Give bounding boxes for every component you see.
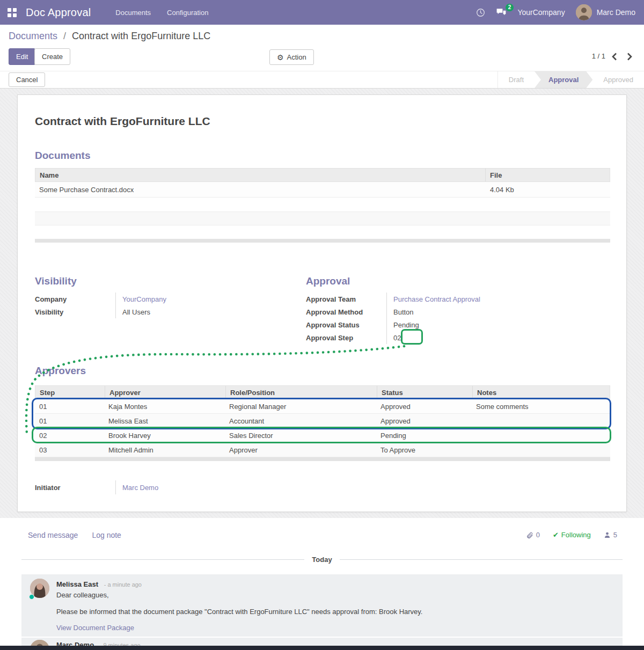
cell-step: 01: [35, 417, 104, 425]
person-icon: [604, 531, 611, 538]
empty-row: [35, 225, 610, 239]
following-button[interactable]: ✔ Following: [553, 531, 591, 539]
followers-button[interactable]: 5: [604, 531, 617, 539]
approver-row[interactable]: 01 Melissa East Accountant Approved: [35, 414, 610, 428]
column-file: File: [485, 169, 610, 181]
approval-status-value: Pending: [393, 321, 419, 329]
check-icon: ✔: [553, 531, 559, 539]
cell-notes: Some comments: [472, 403, 610, 411]
page: Doc Approval Documents Configuration 2 Y…: [0, 0, 644, 650]
approval-team-label: Approval Team: [306, 293, 386, 305]
approvers-table: Step Approver Role/Position Status Notes…: [35, 385, 610, 461]
paperclip-icon: [526, 531, 533, 539]
cell-role: Accountant: [225, 417, 376, 425]
approval-status-label: Approval Status: [306, 318, 386, 331]
user-name: Marc Demo: [597, 8, 635, 17]
cell-approver: Brook Harvey: [104, 432, 225, 440]
column-step: Step: [35, 386, 105, 399]
activities-clock-icon[interactable]: [476, 8, 485, 17]
action-button[interactable]: ⚙ Action: [269, 49, 314, 65]
visibility-section-heading: Visibility: [35, 275, 77, 287]
company-switcher[interactable]: YourCompany: [517, 8, 565, 17]
cell-step: 02: [35, 432, 104, 440]
cell-status: Approved: [376, 403, 472, 411]
cancel-button[interactable]: Cancel: [9, 72, 45, 87]
message-timestamp: - a minute ago: [104, 581, 142, 588]
empty-row: [35, 211, 610, 225]
approval-method-value: Button: [393, 308, 414, 316]
menu-documents[interactable]: Documents: [115, 9, 151, 17]
breadcrumb-current: Contract with ErgoFurniture LLC: [72, 31, 210, 41]
record-title: Contract with ErgoFurniture LLC: [35, 115, 210, 128]
pager-previous-icon[interactable]: [609, 50, 620, 62]
document-name: Some Purchase Contract.docx: [35, 186, 486, 194]
column-role: Role/Position: [225, 386, 377, 399]
date-divider: Today: [21, 556, 623, 564]
approval-team-value-link[interactable]: Purchase Contract Approval: [393, 295, 480, 303]
gear-icon: ⚙: [277, 54, 284, 61]
message-author: Melissa East: [56, 580, 98, 588]
followers-count: 5: [613, 531, 617, 539]
create-button[interactable]: Create: [34, 48, 70, 65]
cell-status: Approved: [376, 417, 472, 425]
menu-configuration[interactable]: Configuration: [167, 9, 208, 17]
cell-role: Regional Manager: [225, 403, 376, 411]
user-avatar: [576, 4, 592, 20]
column-status: Status: [377, 386, 472, 399]
visibility-value: All Users: [122, 308, 150, 316]
messages-icon[interactable]: 2: [496, 8, 507, 17]
document-row[interactable]: Some Purchase Contract.docx 4.04 Kb: [35, 182, 610, 198]
table-footer-strip: [35, 239, 610, 243]
chatter-message: Melissa East - a minute ago Dear colleag…: [21, 574, 623, 637]
online-status-dot: [29, 594, 34, 600]
company-value-link[interactable]: YourCompany: [122, 295, 166, 303]
user-menu[interactable]: Marc Demo: [576, 4, 635, 20]
chatter-buttons: Send message Log note: [28, 531, 121, 539]
initiator-value-link[interactable]: Marc Demo: [122, 484, 158, 492]
attachments-button[interactable]: 0: [526, 531, 540, 539]
cell-step: 03: [35, 446, 104, 454]
cell-approver: Melissa East: [104, 417, 225, 425]
cell-status: Pending: [376, 432, 472, 440]
bottom-window-edge: [0, 646, 644, 650]
attachments-count: 0: [536, 531, 540, 539]
column-notes: Notes: [472, 386, 610, 399]
breadcrumb-parent[interactable]: Documents: [9, 31, 57, 41]
stage-approved[interactable]: Approved: [592, 71, 644, 88]
approver-row[interactable]: 02 Brook Harvey Sales Director Pending: [35, 428, 610, 443]
action-label: Action: [287, 53, 306, 61]
approval-section-heading: Approval: [306, 275, 350, 287]
approver-row[interactable]: 01 Kaja Montes Regional Manager Approved…: [35, 399, 610, 414]
approval-method-label: Approval Method: [306, 305, 386, 318]
apps-grid-icon: [8, 8, 17, 17]
cell-step: 01: [35, 403, 104, 411]
stage-draft[interactable]: Draft: [498, 71, 535, 88]
navbar: Doc Approval Documents Configuration 2 Y…: [0, 0, 644, 25]
documents-table: Name File Some Purchase Contract.docx 4.…: [35, 168, 610, 243]
log-note-button[interactable]: Log note: [92, 531, 121, 539]
view-document-package-link[interactable]: View Document Package: [56, 624, 134, 632]
pager-counter: 1 / 1: [592, 52, 605, 60]
send-message-button[interactable]: Send message: [28, 531, 78, 539]
edit-button[interactable]: Edit: [9, 48, 35, 65]
chatter: Send message Log note 0 ✔ Following 5 To…: [0, 518, 644, 646]
messages-badge: 2: [506, 4, 514, 11]
pager-next-icon[interactable]: [624, 50, 635, 62]
cell-role: Approver: [225, 446, 376, 454]
document-file-size: 4.04 Kb: [486, 186, 610, 194]
documents-section-heading: Documents: [35, 150, 90, 162]
visibility-fields: Company YourCompany Visibility All Users: [35, 293, 292, 318]
breadcrumb: Documents / Contract with ErgoFurniture …: [9, 31, 210, 42]
approvers-table-header: Step Approver Role/Position Status Notes: [35, 385, 610, 399]
apps-menu-button[interactable]: [0, 8, 24, 17]
stage-approval[interactable]: Approval: [535, 71, 592, 88]
company-label: Company: [35, 293, 115, 305]
breadcrumb-separator: /: [63, 31, 66, 41]
column-approver: Approver: [105, 386, 225, 399]
stage-pipeline: Draft Approval Approved: [497, 71, 644, 88]
message-body-line: Dear colleagues,: [56, 591, 109, 599]
cell-status: To Approve: [376, 446, 472, 454]
approver-row[interactable]: 03 Mitchell Admin Approver To Approve: [35, 443, 610, 457]
cell-role: Sales Director: [225, 432, 376, 440]
table-footer-strip: [35, 457, 610, 461]
